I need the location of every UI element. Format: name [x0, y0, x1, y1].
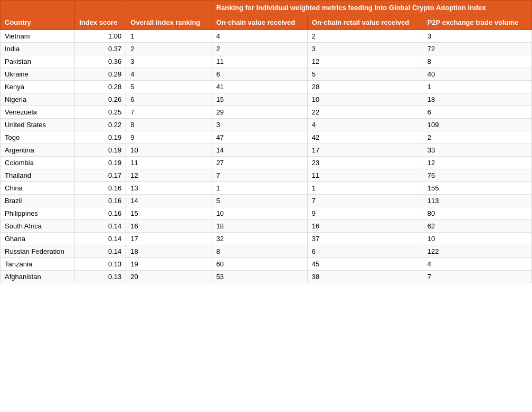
p2p-exchange-label: P2P exchange trade volume — [428, 18, 518, 26]
p2p-exchange-cell: 40 — [423, 68, 531, 81]
onchain-value-cell: 5 — [212, 195, 307, 207]
overall-ranking-cell: 2 — [126, 43, 212, 55]
p2p-exchange-cell: 62 — [423, 220, 531, 233]
index-score-cell: 0.36 — [75, 55, 126, 68]
table-row: Colombia0.1911272312 — [1, 157, 532, 169]
country-cell: Venezuela — [1, 106, 75, 119]
p2p-exchange-header: P2P exchange trade volume — [423, 15, 531, 30]
table-row: Nigeria0.266151018 — [1, 93, 532, 106]
onchain-retail-cell: 42 — [307, 131, 423, 144]
p2p-exchange-cell: 76 — [423, 169, 531, 182]
onchain-value-cell: 15 — [212, 93, 307, 106]
index-score-cell: 0.25 — [75, 106, 126, 119]
onchain-retail-cell: 6 — [307, 245, 423, 258]
index-score-cell: 0.16 — [75, 195, 126, 207]
onchain-retail-cell: 11 — [307, 169, 423, 182]
index-score-cell: 0.37 — [75, 43, 126, 55]
overall-ranking-cell: 10 — [126, 144, 212, 157]
table-row: Tanzania0.131960454 — [1, 258, 532, 271]
onchain-value-cell: 41 — [212, 81, 307, 93]
onchain-value-cell: 53 — [212, 271, 307, 283]
onchain-retail-cell: 23 — [307, 157, 423, 169]
index-score-cell: 0.13 — [75, 271, 126, 283]
crypto-adoption-table: Country Index score Overall index rankin… — [0, 0, 532, 283]
table-row: United States0.22834109 — [1, 119, 532, 131]
country-cell: Philippines — [1, 207, 75, 220]
overall-ranking-cell: 7 — [126, 106, 212, 119]
table-row: South Africa0.1416181662 — [1, 220, 532, 233]
overall-ranking-cell: 20 — [126, 271, 212, 283]
overall-ranking-cell: 18 — [126, 245, 212, 258]
overall-ranking-cell: 19 — [126, 258, 212, 271]
overall-ranking-cell: 16 — [126, 220, 212, 233]
table-row: Ghana0.1417323710 — [1, 233, 532, 245]
country-cell: Thailand — [1, 169, 75, 182]
onchain-retail-cell: 2 — [307, 30, 423, 43]
country-cell: Kenya — [1, 81, 75, 93]
onchain-retail-cell: 37 — [307, 233, 423, 245]
country-cell: India — [1, 43, 75, 55]
index-score-cell: 0.14 — [75, 233, 126, 245]
onchain-retail-cell: 5 — [307, 68, 423, 81]
onchain-value-cell: 4 — [212, 30, 307, 43]
onchain-value-cell: 10 — [212, 207, 307, 220]
country-cell: Afghanistan — [1, 271, 75, 283]
index-score-cell: 0.29 — [75, 68, 126, 81]
onchain-retail-label: On-chain retail value received — [312, 18, 409, 26]
onchain-value-label: On-chain value received — [216, 18, 296, 26]
overall-ranking-cell: 8 — [126, 119, 212, 131]
country-cell: Colombia — [1, 157, 75, 169]
p2p-exchange-cell: 2 — [423, 131, 531, 144]
onchain-retail-cell: 22 — [307, 106, 423, 119]
index-score-cell: 0.16 — [75, 182, 126, 195]
p2p-exchange-cell: 4 — [423, 258, 531, 271]
onchain-retail-cell: 16 — [307, 220, 423, 233]
table-body: Vietnam1.001423India0.3722372Pakistan0.3… — [1, 30, 532, 283]
index-score-cell: 0.28 — [75, 81, 126, 93]
ranking-group-label: Ranking for individual weighted metrics … — [216, 4, 486, 12]
p2p-exchange-cell: 3 — [423, 30, 531, 43]
index-score-cell: 0.19 — [75, 144, 126, 157]
onchain-value-cell: 2 — [212, 43, 307, 55]
onchain-value-cell: 8 — [212, 245, 307, 258]
overall-ranking-cell: 9 — [126, 131, 212, 144]
country-cell: United States — [1, 119, 75, 131]
table-row: China0.161311155 — [1, 182, 532, 195]
onchain-retail-cell: 28 — [307, 81, 423, 93]
onchain-retail-cell: 9 — [307, 207, 423, 220]
p2p-exchange-cell: 113 — [423, 195, 531, 207]
onchain-retail-cell: 17 — [307, 144, 423, 157]
country-cell: Tanzania — [1, 258, 75, 271]
country-cell: Togo — [1, 131, 75, 144]
overall-ranking-cell: 12 — [126, 169, 212, 182]
onchain-value-cell: 47 — [212, 131, 307, 144]
onchain-value-cell: 6 — [212, 68, 307, 81]
onchain-retail-cell: 38 — [307, 271, 423, 283]
table-row: Venezuela0.25729226 — [1, 106, 532, 119]
table-row: Russian Federation0.141886122 — [1, 245, 532, 258]
country-cell: Argentina — [1, 144, 75, 157]
overall-ranking-cell: 17 — [126, 233, 212, 245]
table-row: Kenya0.28541281 — [1, 81, 532, 93]
index-score-cell: 0.19 — [75, 157, 126, 169]
country-label: Country — [5, 18, 31, 26]
index-score-cell: 0.26 — [75, 93, 126, 106]
country-cell: Russian Federation — [1, 245, 75, 258]
index-score-cell: 0.22 — [75, 119, 126, 131]
onchain-value-cell: 7 — [212, 169, 307, 182]
index-score-cell: 0.16 — [75, 207, 126, 220]
overall-ranking-cell: 13 — [126, 182, 212, 195]
onchain-value-cell: 18 — [212, 220, 307, 233]
country-cell: South Africa — [1, 220, 75, 233]
table-row: Togo0.19947422 — [1, 131, 532, 144]
index-score-cell: 0.17 — [75, 169, 126, 182]
table-row: Ukraine0.2946540 — [1, 68, 532, 81]
p2p-exchange-cell: 109 — [423, 119, 531, 131]
country-cell: Vietnam — [1, 30, 75, 43]
table-row: Brazil0.161457113 — [1, 195, 532, 207]
index-score-cell: 1.00 — [75, 30, 126, 43]
p2p-exchange-cell: 12 — [423, 157, 531, 169]
country-cell: Ukraine — [1, 68, 75, 81]
onchain-retail-cell: 4 — [307, 119, 423, 131]
index-score-cell: 0.14 — [75, 245, 126, 258]
